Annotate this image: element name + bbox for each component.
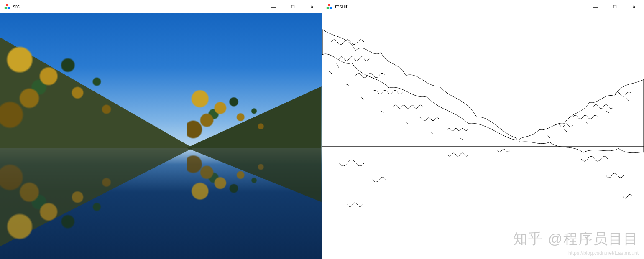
window-title-result: result: [335, 4, 347, 10]
close-button[interactable]: ✕: [302, 0, 322, 13]
minimize-button[interactable]: —: [586, 0, 605, 13]
svg-point-7: [328, 4, 330, 6]
window-controls-result: — ☐ ✕: [586, 0, 644, 13]
maximize-button[interactable]: ☐: [605, 0, 624, 13]
minimize-button[interactable]: —: [264, 0, 283, 13]
window-title-src: src: [13, 4, 20, 10]
window-result: result — ☐ ✕: [322, 0, 644, 259]
image-canvas-src: [0, 13, 322, 259]
opencv-icon: [4, 3, 10, 10]
window-controls-src: — ☐ ✕: [264, 0, 322, 13]
svg-point-2: [8, 7, 10, 9]
svg-point-0: [6, 4, 8, 6]
edge-detection-output: [322, 13, 644, 259]
svg-point-8: [327, 7, 329, 9]
svg-point-1: [5, 7, 7, 9]
landscape-photo: [0, 13, 322, 259]
titlebar-src[interactable]: src — ☐ ✕: [0, 0, 322, 13]
opencv-icon: [326, 3, 332, 10]
svg-point-9: [330, 7, 332, 9]
maximize-button[interactable]: ☐: [283, 0, 302, 13]
image-canvas-result: 知乎 @程序员目目 https://blog.csdn.net/Eastmoun…: [322, 13, 644, 259]
window-src: src — ☐ ✕: [0, 0, 322, 259]
titlebar-result[interactable]: result — ☐ ✕: [322, 0, 644, 13]
close-button[interactable]: ✕: [624, 0, 644, 13]
